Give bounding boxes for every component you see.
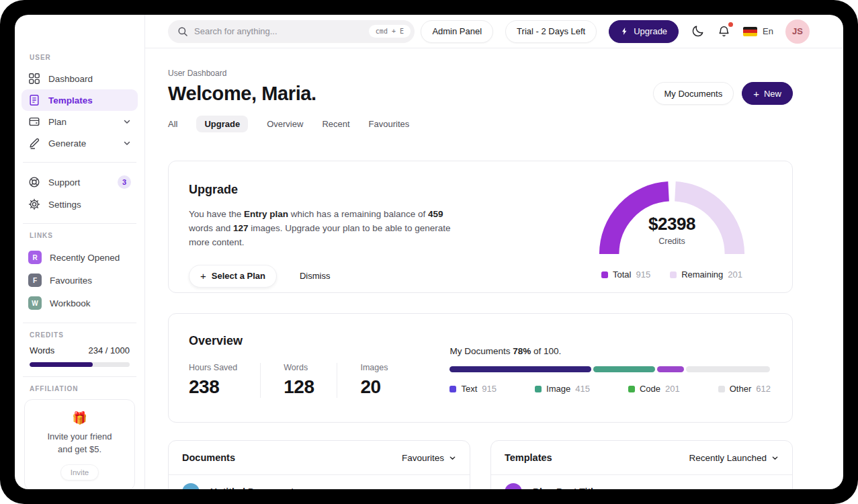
sidebar-divider	[23, 223, 136, 224]
documents-progress-legend: Text915 Image415 Code201 Other612	[449, 384, 772, 394]
language-selector[interactable]: En	[743, 26, 773, 36]
credits-words-value: 234 / 1000	[89, 345, 130, 355]
user-avatar[interactable]: JS	[785, 19, 810, 44]
main-area: cmd + E Admin Panel Trial - 2 Days Left …	[145, 15, 843, 489]
tab-upgrade[interactable]: Upgrade	[196, 116, 248, 132]
plus-icon: +	[200, 270, 206, 282]
tab-recent[interactable]: Recent	[322, 116, 349, 132]
dismiss-button[interactable]: Dismiss	[300, 271, 331, 281]
gauge-amount: $2398	[599, 214, 745, 235]
select-plan-button[interactable]: + Select a Plan	[189, 265, 277, 288]
documents-card: Documents Favourites Untitled Document i…	[168, 440, 470, 489]
lightning-bolt-icon	[620, 27, 629, 36]
link-initial-badge: R	[28, 251, 42, 264]
sidebar-item-generate[interactable]: Generate	[22, 132, 138, 154]
templates-card-title: Templates	[505, 452, 552, 463]
pencil-icon	[28, 137, 40, 149]
stat-images: Images 20	[337, 363, 411, 398]
credits-words-label: Words	[30, 345, 54, 355]
tab-all[interactable]: All	[168, 116, 177, 132]
link-initial-badge: W	[28, 296, 42, 310]
templates-card: Templates Recently Launched Blog Post Ti…	[490, 440, 793, 489]
upgrade-card-body: You have the Entry plan which has a rema…	[189, 208, 464, 250]
search-icon	[177, 26, 188, 37]
support-count-badge: 3	[118, 175, 131, 189]
template-avatar	[505, 483, 522, 489]
sidebar: USER Dashboard Templates Plan Generate S…	[15, 15, 145, 489]
credits-progress-fill	[30, 362, 93, 367]
upgrade-button[interactable]: Upgrade	[609, 20, 679, 43]
template-name: Blog Post Title	[533, 487, 599, 489]
sidebar-section-user: USER	[22, 54, 138, 61]
documents-progress-caption: My Documents 78% of 100.	[449, 346, 772, 356]
documents-progress-bar	[449, 366, 772, 372]
sidebar-item-templates[interactable]: Templates	[22, 89, 138, 111]
notifications-button[interactable]	[717, 24, 731, 38]
documents-card-title: Documents	[182, 452, 235, 463]
sidebar-item-label: Generate	[48, 138, 86, 149]
sidebar-item-settings[interactable]: Settings	[22, 194, 138, 215]
list-item[interactable]: Untitled Document in Workbook	[169, 475, 470, 489]
stat-hours-saved: Hours Saved 238	[189, 363, 260, 398]
document-avatar	[182, 483, 200, 489]
sidebar-link-workbook[interactable]: W Workbook	[22, 292, 138, 314]
page-title: Welcome, Maria.	[168, 83, 316, 105]
sidebar-item-plan[interactable]: Plan	[22, 111, 138, 132]
templates-document-icon	[28, 94, 40, 106]
sidebar-divider	[23, 323, 136, 323]
sidebar-item-dashboard[interactable]: Dashboard	[22, 68, 138, 89]
sidebar-link-recently-opened[interactable]: R Recently Opened	[22, 246, 138, 269]
search-bar[interactable]: cmd + E	[168, 20, 415, 43]
sidebar-item-label: Support	[48, 177, 80, 187]
affiliation-card: 🎁 Invite your friend and get $5. Invite	[24, 399, 135, 489]
sidebar-link-favourites[interactable]: F Favourites	[22, 269, 138, 292]
gauge-legend: Total 915 Remaining 201	[599, 269, 745, 280]
moon-icon	[691, 24, 705, 38]
tab-overview[interactable]: Overview	[267, 116, 303, 132]
window-frame: USER Dashboard Templates Plan Generate S…	[0, 0, 858, 504]
search-input[interactable]	[194, 26, 363, 36]
invite-button[interactable]: Invite	[60, 464, 99, 480]
sidebar-section-links: LINKS	[22, 232, 138, 239]
language-label: En	[763, 26, 773, 36]
gauge-total-value: 915	[636, 269, 650, 280]
sidebar-item-label: Recently Opened	[50, 253, 120, 263]
gauge-remaining-value: 201	[728, 269, 742, 280]
sidebar-item-label: Dashboard	[48, 74, 93, 84]
credits-progress-track	[30, 362, 130, 367]
affiliation-text-line2: and get $5.	[58, 444, 101, 454]
gauge-total-label: Total	[613, 269, 631, 280]
legend-item-code: Code201	[628, 384, 680, 394]
overview-card: Overview Hours Saved 238 Words 128 Image…	[168, 313, 793, 423]
legend-swatch	[718, 386, 725, 392]
page-content: User Dashboard Welcome, Maria. My Docume…	[145, 48, 843, 489]
sidebar-section-credits: CREDITS	[22, 331, 138, 339]
sidebar-item-label: Workbook	[50, 298, 91, 308]
documents-filter-dropdown[interactable]: Favourites	[402, 453, 456, 463]
chevron-down-icon	[123, 139, 131, 147]
sidebar-item-support[interactable]: Support 3	[22, 171, 138, 194]
search-shortcut-hint: cmd + E	[369, 25, 411, 38]
plus-icon: +	[753, 88, 759, 99]
admin-panel-button[interactable]: Admin Panel	[421, 20, 493, 43]
sidebar-item-label: Settings	[48, 200, 81, 210]
overview-card-title: Overview	[189, 334, 411, 348]
new-button[interactable]: + New	[742, 82, 793, 105]
filter-tabs: All Upgrade Overview Recent Favourites	[168, 116, 793, 132]
german-flag-icon	[743, 27, 757, 36]
gift-icon: 🎁	[32, 411, 128, 425]
breadcrumb: User Dashboard	[168, 69, 793, 78]
templates-filter-dropdown[interactable]: Recently Launched	[689, 453, 779, 463]
legend-item-other: Other612	[718, 384, 771, 394]
sidebar-item-label: Plan	[48, 117, 67, 127]
my-documents-button[interactable]: My Documents	[653, 82, 734, 105]
dark-mode-toggle[interactable]	[691, 24, 705, 38]
tab-favourites[interactable]: Favourites	[369, 116, 410, 132]
trial-status-badge[interactable]: Trial - 2 Days Left	[505, 20, 597, 43]
list-item[interactable]: Blog Post Title in Workbook	[491, 475, 792, 489]
gauge-caption: Credits	[599, 237, 745, 246]
affiliation-text-line1: Invite your friend	[47, 431, 112, 442]
link-initial-badge: F	[28, 274, 42, 287]
sidebar-section-affiliation: AFFILIATION	[22, 385, 138, 392]
gauge-remaining-swatch	[670, 271, 677, 278]
